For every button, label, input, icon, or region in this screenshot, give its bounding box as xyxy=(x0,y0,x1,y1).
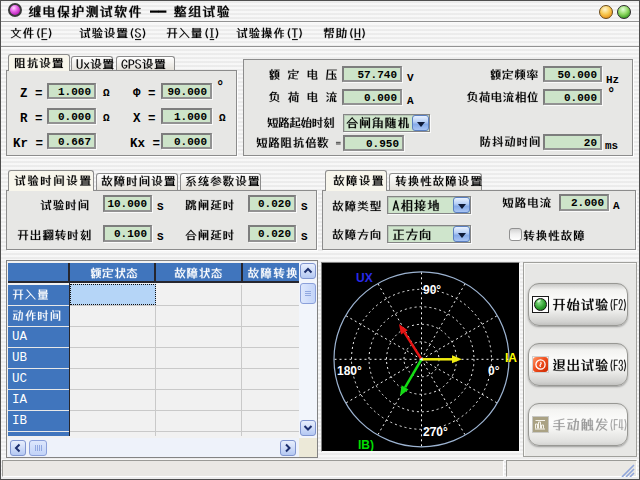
svg-text:0°: 0° xyxy=(488,364,500,378)
svg-text:180°: 180° xyxy=(337,364,362,378)
svg-text:UX: UX xyxy=(356,271,373,285)
svg-text:90°: 90° xyxy=(423,283,441,297)
svg-text:270°: 270° xyxy=(423,425,448,439)
svg-text:IB): IB) xyxy=(358,438,374,451)
svg-text:IA: IA xyxy=(505,351,517,365)
